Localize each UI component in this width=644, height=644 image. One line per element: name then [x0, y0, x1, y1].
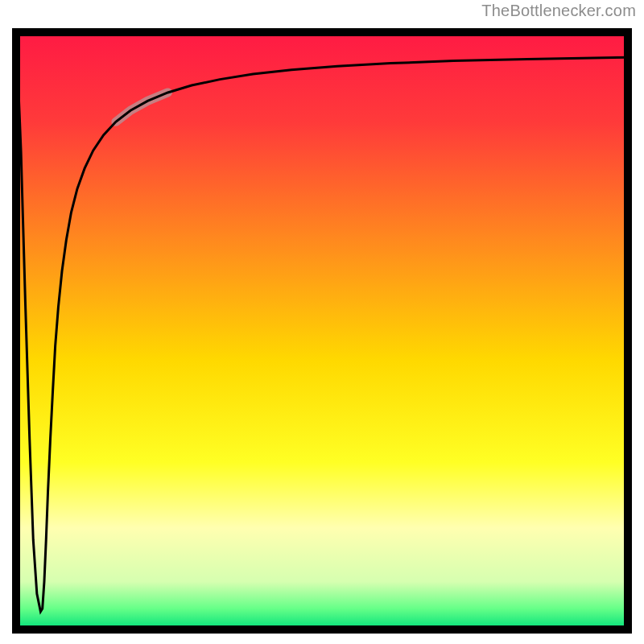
plot-area: [6, 23, 638, 639]
gradient-background: [16, 32, 628, 630]
chart-container: TheBottlenecker.com: [0, 0, 644, 644]
chart-svg: [6, 23, 638, 639]
attribution-text: TheBottlenecker.com: [481, 2, 636, 20]
